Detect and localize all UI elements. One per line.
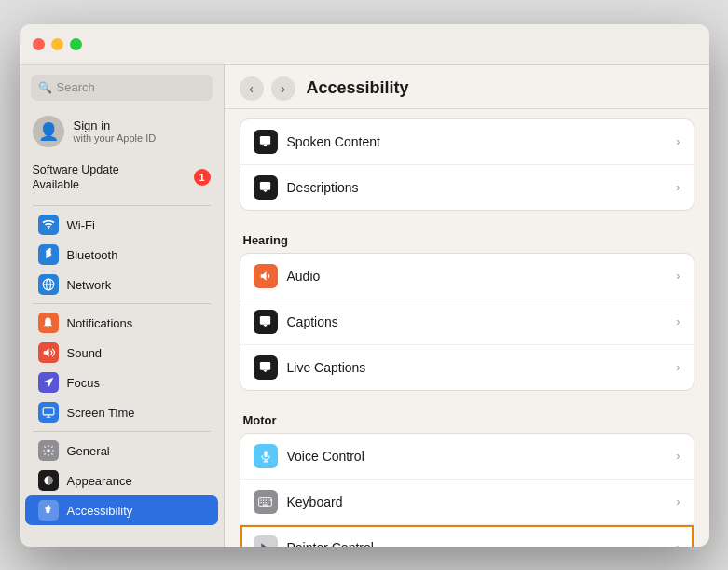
svg-marker-11	[260, 271, 266, 280]
svg-rect-23	[261, 502, 262, 503]
person-icon: 👤	[38, 121, 59, 142]
sidebar-item-label-screentime: Screen Time	[67, 406, 135, 420]
forward-icon: ›	[281, 81, 285, 96]
wifi-icon	[38, 215, 59, 235]
titlebar	[20, 24, 709, 65]
signin-subtitle: with your Apple ID	[74, 132, 157, 144]
sidebar-item-network[interactable]: Network	[25, 270, 218, 299]
svg-rect-10	[260, 182, 270, 190]
svg-rect-24	[263, 502, 264, 503]
chevron-spoken: ›	[676, 134, 680, 148]
row-label-captions: Captions	[287, 314, 667, 329]
section-header-hearing: Hearing	[240, 226, 694, 253]
sidebar-item-screentime[interactable]: Screen Time	[25, 397, 218, 427]
row-pointer-control[interactable]: Pointer Control ›	[240, 525, 694, 547]
row-descriptions[interactable]: Descriptions ›	[240, 165, 694, 210]
row-keyboard[interactable]: Keyboard ›	[240, 480, 694, 525]
row-label-descriptions: Descriptions	[287, 180, 667, 195]
main-header: ‹ › Accessibility	[225, 65, 709, 109]
avatar: 👤	[33, 116, 64, 147]
sidebar-item-label-accessibility: Accessibility	[67, 504, 133, 518]
svg-rect-22	[270, 499, 271, 500]
row-label-pointer-control: Pointer Control	[287, 540, 667, 547]
content-area: 🔍 Search 👤 Sign in with your Apple ID So…	[20, 65, 709, 547]
pointer-control-icon	[254, 535, 278, 547]
svg-rect-20	[266, 499, 267, 500]
svg-rect-27	[263, 504, 268, 505]
spoken-content-icon	[254, 130, 278, 154]
software-update-label: Software UpdateAvailable	[33, 162, 119, 193]
svg-rect-18	[261, 499, 262, 500]
keyboard-icon	[254, 490, 278, 514]
forward-button[interactable]: ›	[271, 76, 295, 101]
voice-control-icon	[254, 444, 278, 468]
row-label-voice-control: Voice Control	[287, 449, 667, 464]
minimize-button[interactable]	[51, 38, 63, 50]
main-window: 🔍 Search 👤 Sign in with your Apple ID So…	[20, 24, 709, 547]
sidebar-item-bluetooth[interactable]: Bluetooth	[25, 240, 218, 270]
notifications-icon	[38, 313, 59, 333]
sidebar-item-wifi[interactable]: Wi-Fi	[25, 210, 218, 240]
svg-rect-14	[264, 451, 268, 457]
svg-rect-5	[43, 408, 54, 415]
traffic-lights	[33, 38, 82, 50]
section-motor: Motor Voice Control	[240, 406, 694, 547]
software-update-row[interactable]: Software UpdateAvailable 1	[20, 157, 224, 202]
screentime-icon	[38, 402, 59, 423]
chevron-captions: ›	[676, 314, 680, 328]
svg-rect-9	[260, 136, 270, 145]
settings-list: Spoken Content › Descriptions	[225, 109, 709, 547]
svg-rect-12	[260, 316, 270, 325]
sidebar-item-notifications[interactable]: Notifications	[25, 308, 218, 338]
appearance-icon	[38, 470, 59, 491]
sidebar-item-label-appearance: Appearance	[67, 474, 132, 488]
search-icon: 🔍	[38, 81, 52, 94]
search-placeholder: Search	[57, 80, 95, 94]
svg-rect-21	[268, 499, 268, 500]
settings-group-hearing: Audio › Captions ›	[240, 253, 694, 391]
sidebar-item-label-network: Network	[67, 278, 112, 292]
svg-rect-25	[266, 502, 267, 503]
back-icon: ‹	[249, 81, 254, 96]
maximize-button[interactable]	[70, 38, 82, 50]
accessibility-icon	[38, 500, 59, 521]
chevron-voice-control: ›	[676, 449, 680, 463]
close-button[interactable]	[33, 38, 45, 50]
search-box[interactable]: 🔍 Search	[31, 75, 213, 101]
svg-rect-26	[268, 502, 268, 503]
sidebar-item-appearance[interactable]: Appearance	[25, 466, 218, 495]
focus-icon	[38, 372, 59, 393]
back-button[interactable]: ‹	[240, 76, 264, 101]
captions-icon	[254, 310, 278, 334]
sidebar-item-label-notifications: Notifications	[67, 316, 133, 330]
signin-title: Sign in	[74, 118, 157, 132]
row-label-keyboard: Keyboard	[287, 494, 667, 509]
sidebar-item-focus[interactable]: Focus	[25, 368, 218, 397]
chevron-live-captions: ›	[676, 360, 680, 374]
row-label-live-captions: Live Captions	[287, 360, 667, 375]
section-header-motor: Motor	[240, 406, 694, 433]
descriptions-icon	[254, 175, 278, 200]
sidebar-item-accessibility[interactable]: Accessibility	[25, 495, 218, 525]
row-audio[interactable]: Audio ›	[240, 254, 694, 299]
settings-group-top: Spoken Content › Descriptions	[240, 118, 694, 211]
update-badge: 1	[194, 169, 211, 186]
svg-point-0	[47, 228, 48, 229]
sidebar-item-sound[interactable]: Sound	[25, 338, 218, 368]
main-panel: ‹ › Accessibility	[225, 65, 709, 547]
row-spoken-content[interactable]: Spoken Content ›	[240, 119, 694, 165]
row-live-captions[interactable]: Live Captions ›	[240, 345, 694, 390]
row-voice-control[interactable]: Voice Control ›	[240, 434, 694, 480]
sidebar-item-label-focus: Focus	[67, 376, 100, 390]
general-icon	[38, 440, 59, 461]
page-title: Accessibility	[307, 78, 409, 98]
chevron-pointer-control: ›	[676, 540, 680, 547]
sidebar-item-label-sound: Sound	[67, 346, 103, 360]
sidebar-item-general[interactable]: General	[25, 436, 218, 466]
svg-rect-19	[263, 499, 264, 500]
row-captions[interactable]: Captions ›	[240, 299, 694, 345]
signin-row[interactable]: 👤 Sign in with your Apple ID	[20, 108, 224, 157]
svg-rect-13	[260, 362, 270, 370]
bluetooth-icon	[38, 244, 59, 265]
sidebar: 🔍 Search 👤 Sign in with your Apple ID So…	[20, 65, 225, 547]
